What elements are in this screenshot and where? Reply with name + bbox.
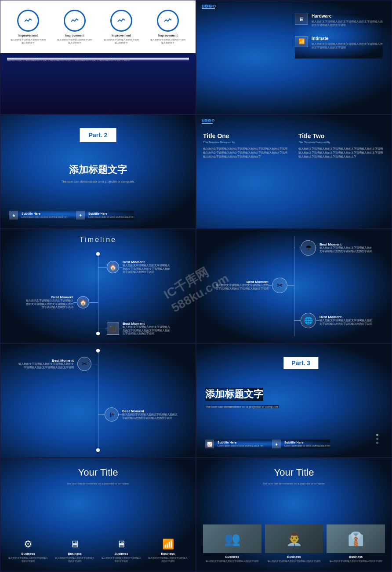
improvement-circle-4 <box>157 10 179 32</box>
vt2-item-1: ✂ Best Moment 输入您的文字说明输入您的文字说明输入您的文字说明输入… <box>17 357 98 371</box>
two-col-content: Title One This Template Designed by 输入您的… <box>203 132 385 159</box>
vt2-text-2: Best Moment 输入您的文字说明输入您的文字说明输入您的文字说明输入您的… <box>122 409 179 420</box>
improvement-text-1: 输入您的文字说明输入您的文字说明输入您的文字 <box>11 38 46 44</box>
vt-text-1: Best Moment 输入您的文字说明输入您的文字说明输入您的文字说明输入您的… <box>319 242 372 253</box>
icon-symbol-2: ✦ <box>76 211 85 220</box>
vt2-dot-bottom <box>96 448 100 452</box>
your-title-main-10: Your Title <box>196 467 392 478</box>
vt-icon-3: 🌐 <box>301 313 316 328</box>
vt2-text-1: Best Moment 输入您的文字说明输入您的文字说明输入您的文字说明输入您的… <box>17 359 74 369</box>
slide-bottom-area: 输入您的文字说明输入您的文字说明输入您的文字说明输入您的文字说明输入您的文字说明 <box>0 53 196 114</box>
icon-text-2: Subtitle Here Lorem ipsum dolor sit amet… <box>88 212 134 219</box>
four-icon-text-1: 输入您的文字说明输入您的文字说明输入您的文字说明 <box>8 557 48 563</box>
improvement-label-1: Improvement <box>11 34 46 37</box>
improvement-col-4: Improvement 输入您的文字说明输入您的文字说明输入您的文字 <box>150 10 185 44</box>
hw-item-2: 📶 Intimate 输入您的文字说明输入您的文字说明输入您的文字说明输入您的文… <box>295 36 383 50</box>
content-right: Title Two This Template Designed by 输入您的… <box>298 132 385 159</box>
hw-title-2: Intimate <box>312 36 383 41</box>
icon-item-1: ★ Subtitle Here Lorem ipsum dolor sit am… <box>9 211 67 220</box>
photo-people-2: 👨‍💼 <box>286 531 302 546</box>
part2-main-title: 添加标题文字 <box>0 163 196 176</box>
slide-part2: Part. 2 添加标题文字 The user can demonstrate … <box>0 114 196 229</box>
photo-label-3: Business <box>327 555 385 558</box>
photo-grid: 👥 Business 输入您的文字说明输入您的文字说明输入您的文字说明 👨‍💼 … <box>203 524 385 563</box>
connector-3b <box>119 329 123 329</box>
vt-text-2: Best Moment 输入您的文字说明输入您的文字说明输入您的文字说明输入您的… <box>216 280 269 290</box>
photo-item-3: 👔 Business 输入您的文字说明输入您的文字说明输入您的文字说明 <box>327 524 385 563</box>
slide-hardware: LOGO 🖥 Hardware 输入您的文字说明输入您的文字说明输入您的文字说明… <box>196 0 392 114</box>
part3-badge: Part. 3 <box>283 357 318 369</box>
timeline-icon-3: ⬛ <box>107 323 119 335</box>
improvement-circle-2 <box>64 10 86 32</box>
part3-main-title: 添加标题文字 <box>205 388 263 401</box>
photo-label-1: Business <box>203 555 261 558</box>
four-icon-text-2: 输入您的文字说明输入您的文字说明输入您的文字说明 <box>55 557 94 563</box>
part3-icon-2: ♦ Subtitle Here Lorem ipsum dolor sit am… <box>272 440 330 448</box>
photo-box-2: 👨‍💼 <box>265 524 323 553</box>
improvement-circle-1 <box>17 10 39 32</box>
slide-two-titles: LOGO Title One This Template Designed by… <box>196 114 392 229</box>
vt-text-3: Best Moment 输入您的文字说明输入您的文字说明输入您的文字说明输入您的… <box>319 315 372 326</box>
hw-title-1: Hardware <box>312 14 383 18</box>
your-title-sub-9: The user can demonstrate on a projector … <box>0 482 196 485</box>
timeline-item-2: 🏠 Best Moment 输入您的文字说明输入您的文字说明输入您的文字说明输入… <box>25 295 98 309</box>
part3-icons: 📈 Subtitle Here Lorem ipsum dolor sit am… <box>205 440 330 448</box>
four-icon-4: 📶 Business 输入您的文字说明输入您的文字说明输入您的文字说明 <box>148 539 188 563</box>
four-icon-3: 🖥 Business 输入您的文字说明输入您的文字说明输入您的文字说明 <box>102 539 141 563</box>
part3-subtitle: The user can demonstrate on a projector … <box>205 405 279 408</box>
part3-icon-text-1: Subtitle Here Lorem ipsum dolor sit amet… <box>218 440 263 448</box>
timeline-item-1: 🏠 Best Moment 输入您的文字说明输入您的文字说明输入您的文字说明输入… <box>98 260 171 274</box>
connector-1 <box>98 267 107 268</box>
vt2-item-2: 🖥 Best Moment 输入您的文字说明输入您的文字说明输入您的文字说明输入… <box>98 407 179 422</box>
vt2-line <box>98 350 98 451</box>
timeline-item-3: ⬛ Best Moment 输入您的文字说明输入您的文字说明输入您的文字说明输入… <box>98 322 171 336</box>
improvement-col-3: Improvement 输入您的文字说明输入您的文字说明输入您的文字 <box>104 10 139 44</box>
four-icon-1: ⚙ Business 输入您的文字说明输入您的文字说明输入您的文字说明 <box>8 539 48 563</box>
slide-top-area: Improvement 输入您的文字说明输入您的文字说明输入您的文字 Impro… <box>0 0 196 53</box>
photo-desc-2: 输入您的文字说明输入您的文字说明输入您的文字说明 <box>265 560 323 563</box>
part2-badge: Part. 2 <box>80 128 116 142</box>
photo-desc-3: 输入您的文字说明输入您的文字说明输入您的文字说明 <box>327 560 385 563</box>
timeline-text-2: Best Moment 输入您的文字说明输入您的文字说明输入您的文字说明输入您的… <box>25 295 73 309</box>
four-icon-label-4: Business <box>148 552 188 555</box>
content-left-subtitle: This Template Designed by <box>203 141 290 143</box>
photo-people-1: 👥 <box>224 531 240 546</box>
four-icon-text-4: 输入您的文字说明输入您的文字说明输入您的文字说明 <box>148 557 188 563</box>
vt-icon-1: ☂ <box>301 240 316 256</box>
slide-vt: ☂ Best Moment 输入您的文字说明输入您的文字说明输入您的文字说明输入… <box>196 229 392 343</box>
improvement-col-1: Improvement 输入您的文字说明输入您的文字说明输入您的文字 <box>11 10 46 44</box>
your-title-sub-10: The user can demonstrate on a projector … <box>196 482 392 485</box>
improvement-label-2: Improvement <box>57 34 92 37</box>
four-icon-symbol-4: 📶 <box>148 539 188 550</box>
connector-1b <box>119 267 123 268</box>
part3-icon-1: 📈 Subtitle Here Lorem ipsum dolor sit am… <box>205 440 263 448</box>
icon-item-2: ✦ Subtitle Here Lorem ipsum dolor sit am… <box>76 211 134 220</box>
part3-icon-symbol-1: 📈 <box>205 440 214 448</box>
content-right-title: Title Two <box>298 132 385 139</box>
photo-desc-1: 输入您的文字说明输入您的文字说明输入您的文字说明 <box>203 560 261 563</box>
intimate-icon: 📶 <box>295 36 308 47</box>
connector-2b <box>73 302 77 303</box>
logo-text: LOGO <box>202 4 217 8</box>
slide-improvement: Improvement 输入您的文字说明输入您的文字说明输入您的文字 Impro… <box>0 0 196 114</box>
hardware-icon: 🖥 <box>295 14 308 25</box>
hw-desc-1: 输入您的文字说明输入您的文字说明输入您的文字说明输入您的文字说明输入您的文字说明 <box>312 20 383 27</box>
vt-icon-2: ✂ <box>272 278 287 293</box>
top-line <box>202 8 215 9</box>
slide-your-title-photos: Your Title The user can demonstrate on a… <box>196 458 392 572</box>
photo-label-2: Business <box>265 555 323 558</box>
slide-your-title-icons: Your Title The user can demonstrate on a… <box>0 458 196 572</box>
photo-box-3: 👔 <box>327 524 385 553</box>
your-title-main-9: Your Title <box>0 467 196 478</box>
improvement-label-3: Improvement <box>104 34 139 37</box>
hw-item-1: 🖥 Hardware 输入您的文字说明输入您的文字说明输入您的文字说明输入您的文… <box>295 14 383 27</box>
improvement-circle-3 <box>110 10 132 32</box>
slide4-top-line <box>202 123 213 124</box>
icon-symbol-1: ★ <box>9 211 18 220</box>
photo-item-1: 👥 Business 输入您的文字说明输入您的文字说明输入您的文字说明 <box>203 524 261 563</box>
slides-grid: Improvement 输入您的文字说明输入您的文字说明输入您的文字 Impro… <box>0 0 392 572</box>
timeline-text-3: Best Moment 输入您的文字说明输入您的文字说明输入您的文字说明输入您的… <box>123 322 171 336</box>
hw-desc-2: 输入您的文字说明输入您的文字说明输入您的文字说明输入您的文字说明输入您的文字说明 <box>312 42 383 50</box>
vt-item-1: ☂ Best Moment 输入您的文字说明输入您的文字说明输入您的文字说明输入… <box>294 240 372 256</box>
improvement-label-4: Improvement <box>150 34 185 37</box>
